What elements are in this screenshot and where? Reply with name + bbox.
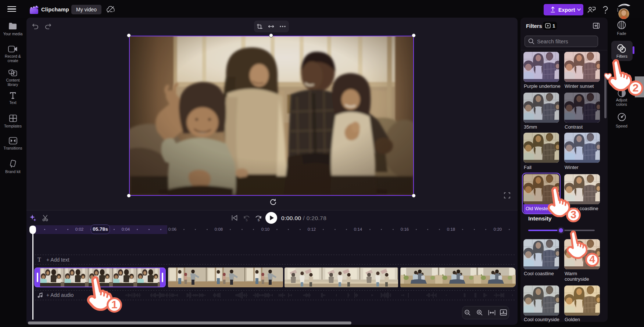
svg-text:5: 5 xyxy=(258,218,260,222)
svg-text:5: 5 xyxy=(246,218,248,222)
